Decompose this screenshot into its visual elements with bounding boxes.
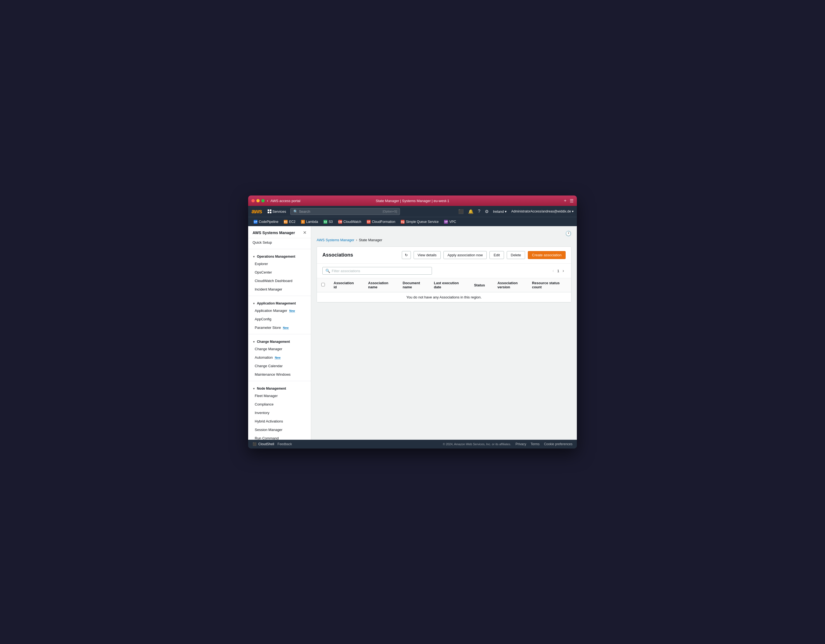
window-title: State Manager | Systems Manager | eu-wes…	[376, 199, 449, 203]
sidebar-item-hybrid-activations[interactable]: Hybrid Activations	[248, 417, 311, 426]
region-selector[interactable]: Ireland ▾	[493, 210, 507, 213]
sidebar-item-automation[interactable]: Automation New	[248, 353, 311, 362]
filter-search-icon: 🔍	[325, 269, 330, 273]
settings-icon[interactable]: ⚙	[485, 209, 489, 214]
services-menu-button[interactable]: Services	[266, 208, 289, 215]
terminal-icon[interactable]: ⬛	[458, 209, 464, 214]
refresh-button[interactable]: ↻	[402, 251, 411, 259]
search-icon: 🔍	[294, 210, 298, 213]
shortcut-lambda[interactable]: λ Lambda	[299, 219, 320, 224]
chevron-down-icon-node: ▼	[253, 387, 255, 390]
sidebar-item-opscenter[interactable]: OpsCenter	[248, 268, 311, 276]
cloudformation-icon: CF	[367, 220, 371, 224]
filter-input-wrapper[interactable]: 🔍	[322, 267, 432, 275]
sidebar-item-appconfig[interactable]: AppConfig	[248, 315, 311, 323]
shortcut-vpc[interactable]: VP VPC	[442, 219, 458, 224]
badge-new-automation: New	[275, 356, 281, 360]
codepipeline-icon: CP	[253, 220, 258, 224]
region-label: Ireland	[493, 210, 504, 213]
filter-input[interactable]	[332, 269, 429, 273]
sidebar-item-fleet-manager[interactable]: Fleet Manager	[248, 392, 311, 400]
global-search[interactable]: 🔍 [Option+S]	[290, 208, 400, 215]
card-title: Associations	[322, 252, 399, 258]
terms-link[interactable]: Terms	[531, 442, 539, 446]
close-button[interactable]	[252, 199, 255, 202]
sidebar-close-button[interactable]: ✕	[303, 230, 306, 235]
delete-button[interactable]: Delete	[507, 251, 525, 259]
chevron-down-icon-app: ▼	[253, 302, 255, 305]
col-last-execution: Last executiondate	[429, 278, 470, 292]
menu-button[interactable]: ☰	[570, 198, 573, 204]
col-association-name: Associationname	[364, 278, 398, 292]
search-input[interactable]	[299, 210, 383, 213]
associations-table: Associationid Associationname Documentna…	[317, 278, 571, 302]
breadcrumb-parent-link[interactable]: AWS Systems Manager	[317, 238, 354, 242]
shortcut-ec2[interactable]: EC EC2	[281, 219, 297, 224]
shortcut-codepipeline[interactable]: CP CodePipeline	[252, 219, 281, 224]
maximize-button[interactable]	[261, 199, 264, 202]
prev-page-button[interactable]: ‹	[551, 268, 556, 274]
sidebar-item-explorer[interactable]: Explorer	[248, 259, 311, 268]
create-association-button[interactable]: Create association	[528, 251, 565, 259]
sidebar-section-node[interactable]: ▼ Node Management	[248, 383, 311, 392]
refresh-icon: ↻	[405, 253, 408, 257]
new-tab-button[interactable]: +	[564, 198, 567, 204]
sidebar-item-incident-manager[interactable]: Incident Manager	[248, 285, 311, 293]
sidebar: AWS Systems Manager ✕ Quick Setup ▼ Oper…	[248, 226, 311, 440]
sidebar-section-change[interactable]: ▼ Change Management	[248, 337, 311, 345]
ec2-icon: EC	[284, 220, 287, 224]
sidebar-section-operations[interactable]: ▼ Operations Management	[248, 251, 311, 259]
sidebar-item-compliance[interactable]: Compliance	[248, 400, 311, 409]
back-button[interactable]: ‹	[267, 198, 268, 203]
cloudwatch-icon: CW	[338, 220, 342, 224]
view-details-button[interactable]: View details	[414, 251, 441, 259]
region-chevron: ▾	[505, 210, 507, 213]
minimize-button[interactable]	[256, 199, 260, 202]
sidebar-item-parameter-store[interactable]: Parameter Store New	[248, 323, 311, 332]
feedback-button[interactable]: Feedback	[278, 442, 292, 446]
app-title: AWS access portal	[270, 199, 300, 203]
help-icon[interactable]: ?	[478, 209, 480, 214]
history-icon[interactable]: 🕐	[565, 230, 572, 236]
sidebar-item-quick-setup[interactable]: Quick Setup	[248, 238, 311, 247]
apply-association-now-button[interactable]: Apply association now	[443, 251, 487, 259]
badge-new-param-store: New	[283, 326, 289, 330]
col-status: Status	[470, 278, 493, 292]
sidebar-section-application[interactable]: ▼ Application Management	[248, 298, 311, 306]
sidebar-item-change-calendar[interactable]: Change Calendar	[248, 362, 311, 370]
footer: ⬛ CloudShell Feedback © 2024, Amazon Web…	[248, 440, 577, 448]
edit-button[interactable]: Edit	[490, 251, 504, 259]
grid-icon	[267, 210, 272, 213]
sidebar-item-session-manager[interactable]: Session Manager	[248, 426, 311, 434]
lambda-icon: λ	[301, 220, 305, 224]
shortcut-sqs[interactable]: SQ Simple Queue Service	[399, 219, 441, 224]
sidebar-item-change-manager[interactable]: Change Manager	[248, 345, 311, 353]
next-page-button[interactable]: ›	[561, 268, 565, 274]
cookie-prefs-link[interactable]: Cookie preferences	[544, 442, 572, 446]
sidebar-item-cloudwatch-dashboard[interactable]: CloudWatch Dashboard	[248, 276, 311, 285]
chevron-down-icon: ▼	[253, 255, 255, 258]
page-number: 1	[557, 269, 559, 273]
sidebar-item-run-command[interactable]: Run Command	[248, 434, 311, 440]
shortcut-cloudwatch[interactable]: CW CloudWatch	[336, 219, 363, 224]
user-selector[interactable]: AdministratorAccess/andreas@widdix.de ▾	[511, 210, 573, 213]
sqs-icon: SQ	[401, 220, 405, 224]
copyright-text: © 2024, Amazon Web Services, Inc. or its…	[443, 442, 511, 446]
col-association-id: Associationid	[329, 278, 364, 292]
privacy-link[interactable]: Privacy	[516, 442, 526, 446]
select-all-checkbox[interactable]	[321, 283, 325, 286]
shortcut-cloudformation[interactable]: CF CloudFormation	[365, 219, 397, 224]
col-document-name: Documentname	[398, 278, 429, 292]
chevron-down-icon-change: ▼	[253, 340, 255, 343]
shortcut-s3[interactable]: S3 S3	[321, 219, 335, 224]
sidebar-item-inventory[interactable]: Inventory	[248, 409, 311, 417]
cloudshell-button[interactable]: ⬛ CloudShell	[253, 442, 274, 446]
user-chevron: ▾	[572, 210, 573, 213]
bell-icon[interactable]: 🔔	[468, 209, 474, 214]
vpc-icon: VP	[444, 220, 448, 224]
sidebar-item-maintenance-windows[interactable]: Maintenance Windows	[248, 370, 311, 379]
breadcrumb-current: State Manager	[359, 238, 382, 242]
sidebar-item-app-manager[interactable]: Application Manager New	[248, 306, 311, 315]
breadcrumb: AWS Systems Manager › State Manager	[317, 238, 572, 242]
col-resource-status: Resource statuscount	[528, 278, 571, 292]
